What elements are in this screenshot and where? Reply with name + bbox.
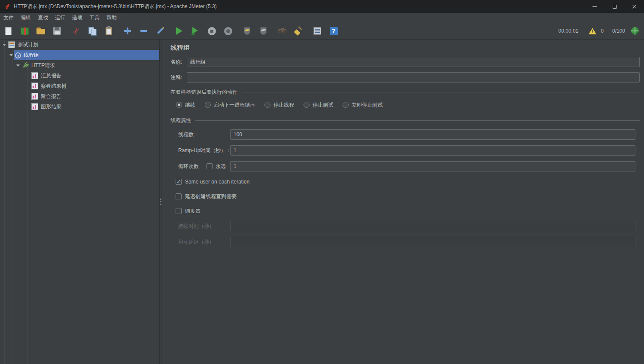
collapse-arrow-icon[interactable]: [2, 44, 7, 46]
help-button[interactable]: [327, 24, 340, 37]
search-button[interactable]: [276, 24, 289, 37]
copy-button[interactable]: [86, 24, 99, 37]
menu-search[interactable]: 查找: [34, 13, 52, 23]
menu-tools[interactable]: 工具: [86, 13, 103, 23]
thread-count: 0/100: [612, 28, 625, 34]
start-button[interactable]: [173, 24, 185, 37]
thread-properties-group: 线程属性: [170, 117, 640, 124]
close-button[interactable]: [624, 0, 644, 13]
menu-run[interactable]: 运行: [52, 13, 69, 23]
delay-create-checkbox[interactable]: [176, 193, 182, 199]
split-divider[interactable]: [159, 40, 162, 364]
comment-input[interactable]: [187, 72, 640, 83]
thread-properties-title: 线程属性: [170, 117, 191, 124]
toolbar: 00:00:01 0 0/100: [0, 23, 644, 40]
stop-button[interactable]: [205, 24, 218, 37]
scissors-icon: [71, 26, 82, 36]
radio-icon[interactable]: [264, 102, 270, 108]
tree-item-http-request[interactable]: HTTP请求: [0, 60, 159, 70]
save-button[interactable]: [51, 24, 64, 37]
close-icon: [632, 4, 637, 9]
tree-item-thread-group[interactable]: 线程组: [0, 50, 159, 60]
collapse-all-button[interactable]: [137, 24, 150, 37]
scheduler-row[interactable]: 调度器: [176, 207, 640, 215]
tree-item-label: 测试计划: [18, 41, 38, 49]
tree-item-graph-results[interactable]: 图形结果: [0, 101, 159, 112]
templates-button[interactable]: [18, 24, 31, 37]
collapse-arrow-icon[interactable]: [15, 64, 21, 67]
new-button[interactable]: [2, 24, 15, 37]
radio-icon[interactable]: [205, 102, 211, 108]
collapse-arrow-icon[interactable]: [9, 54, 14, 56]
delay-create-label: 延迟创建线程直到需要: [185, 193, 237, 200]
http-request-wrench-icon: [22, 62, 29, 69]
shutdown-icon: [224, 27, 232, 35]
remote-shutdown-all-button[interactable]: [257, 24, 270, 37]
startup-delay-label: 启动延迟（秒）: [178, 239, 230, 246]
paste-button[interactable]: [102, 24, 115, 37]
remote-shutdown-icon: [260, 27, 267, 35]
open-button[interactable]: [34, 24, 47, 37]
minimize-icon: [592, 6, 597, 7]
radio-continue[interactable]: 继续: [176, 101, 195, 109]
start-no-pauses-button[interactable]: [189, 24, 202, 37]
name-input[interactable]: [187, 57, 640, 67]
radio-label: 立即停止测试: [352, 101, 383, 109]
threads-input[interactable]: [230, 129, 635, 140]
menu-edit[interactable]: 编辑: [17, 13, 34, 23]
help-icon: [330, 27, 338, 35]
radio-start-next-loop[interactable]: 启动下一进程循环: [205, 101, 255, 109]
clipboard-icon: [106, 27, 112, 35]
function-list-icon: [313, 27, 321, 35]
globe-icon: [631, 27, 639, 35]
same-user-checkbox[interactable]: [176, 179, 182, 185]
group-border-line: [195, 120, 640, 121]
tree-item-label: 聚合报告: [41, 93, 61, 100]
menu-file[interactable]: 文件: [0, 13, 17, 23]
menu-help[interactable]: 帮助: [103, 13, 120, 23]
loop-count-input[interactable]: [230, 161, 635, 171]
radio-icon[interactable]: [343, 102, 349, 108]
error-count[interactable]: 0: [601, 28, 604, 34]
tree-item-view-results-tree[interactable]: 察看结果树: [0, 81, 159, 91]
menu-options[interactable]: 选项: [69, 13, 86, 23]
function-helper-button[interactable]: [311, 24, 324, 37]
shutdown-button[interactable]: [222, 24, 234, 37]
delay-create-row[interactable]: 延迟创建线程直到需要: [176, 192, 640, 201]
binoculars-icon: [278, 28, 287, 34]
warning-icon[interactable]: [589, 28, 596, 34]
radio-stop-test[interactable]: 停止测试: [304, 101, 333, 109]
maximize-button[interactable]: [605, 0, 624, 13]
splitter-grip-icon[interactable]: [160, 199, 161, 200]
expand-all-button[interactable]: [121, 24, 134, 37]
radio-stop-test-now[interactable]: 立即停止测试: [343, 101, 383, 109]
scheduler-checkbox[interactable]: [176, 208, 182, 214]
open-folder-icon: [36, 28, 45, 34]
clear-button[interactable]: [292, 24, 305, 37]
radio-stop-thread[interactable]: 停止线程: [264, 101, 294, 109]
listener-chart-icon: [31, 93, 38, 100]
toggle-button[interactable]: [154, 24, 167, 37]
forever-checkbox[interactable]: [207, 163, 213, 169]
tree-item-test-plan[interactable]: 测试计划: [0, 40, 159, 50]
radio-icon[interactable]: [304, 102, 310, 108]
tree-item-aggregate-report[interactable]: 聚合报告: [0, 91, 159, 101]
radio-selected-icon[interactable]: [176, 102, 182, 108]
toolbar-status: 00:00:01 0 0/100: [559, 27, 639, 35]
loop-count-label: 循环次数: [178, 163, 199, 170]
thread-group-gear-icon: [15, 52, 21, 58]
rampup-input[interactable]: [230, 145, 635, 156]
remote-start-all-button[interactable]: [240, 24, 253, 37]
same-user-row[interactable]: Same user on each iteration: [176, 177, 640, 186]
listener-chart-icon: [31, 72, 38, 79]
tree-item-label: 图形结果: [41, 103, 61, 110]
templates-icon: [21, 28, 29, 35]
elapsed-time: 00:00:01: [559, 28, 579, 34]
play-icon: [176, 27, 182, 35]
listener-chart-icon: [31, 103, 38, 110]
cut-button[interactable]: [70, 24, 82, 37]
tree-item-summary-report[interactable]: 汇总报告: [0, 70, 159, 81]
minus-icon: [140, 27, 148, 35]
minimize-button[interactable]: [585, 0, 605, 13]
titlebar: HTTP请求.jmx (D:\DevTools\apache-jmeter-5.…: [0, 0, 644, 13]
